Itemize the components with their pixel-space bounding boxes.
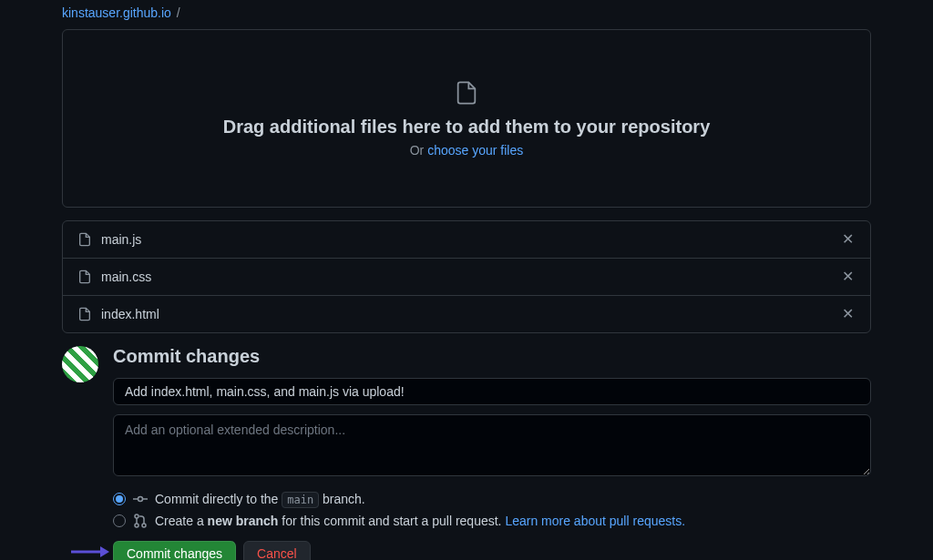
choose-files-link[interactable]: choose your files	[427, 143, 523, 158]
radio-selected[interactable]	[113, 493, 126, 505]
file-name: index.html	[101, 307, 840, 321]
commit-direct-icon	[133, 492, 148, 506]
commit-changes-button[interactable]: Commit changes	[113, 541, 236, 560]
repo-link[interactable]: kinstauser.github.io	[62, 5, 171, 20]
dropzone-subtitle: Or choose your files	[410, 143, 524, 158]
commit-newbranch-label: Create a new branch for this commit and …	[155, 514, 685, 528]
cancel-button[interactable]: Cancel	[243, 541, 311, 560]
commit-summary-input[interactable]	[113, 378, 871, 405]
learn-pull-requests-link[interactable]: Learn more about pull requests.	[505, 514, 685, 528]
svg-point-0	[138, 497, 143, 502]
file-icon	[77, 232, 92, 247]
file-name: main.css	[101, 270, 840, 284]
annotation-arrow-icon	[69, 543, 109, 560]
remove-file-button[interactable]: ✕	[840, 268, 856, 286]
user-avatar[interactable]	[62, 346, 98, 382]
commit-actions: Commit changes Cancel	[113, 541, 871, 560]
commit-heading: Commit changes	[113, 346, 871, 367]
radio-unselected[interactable]	[113, 514, 126, 527]
commit-newbranch-option[interactable]: Create a new branch for this commit and …	[113, 514, 871, 528]
remove-file-button[interactable]: ✕	[840, 305, 856, 323]
file-icon	[454, 80, 479, 106]
svg-point-3	[135, 514, 138, 518]
breadcrumb: kinstauser.github.io /	[62, 0, 871, 29]
dropzone-title: Drag additional files here to add them t…	[223, 117, 711, 137]
svg-point-5	[142, 524, 146, 527]
commit-form: Commit changes Commit directly to the ma…	[113, 346, 871, 560]
commit-section: Commit changes Commit directly to the ma…	[62, 346, 871, 560]
file-icon	[77, 270, 92, 284]
commit-direct-label: Commit directly to the main branch.	[155, 492, 365, 506]
pull-request-icon	[133, 514, 148, 528]
branch-name-tag: main	[282, 492, 319, 508]
file-row: index.html ✕	[63, 296, 870, 332]
file-row: main.js ✕	[63, 221, 870, 259]
commit-direct-option[interactable]: Commit directly to the main branch.	[113, 492, 871, 506]
file-icon	[77, 307, 92, 321]
file-row: main.css ✕	[63, 259, 870, 296]
breadcrumb-separator: /	[177, 5, 180, 20]
svg-point-4	[135, 524, 138, 527]
remove-file-button[interactable]: ✕	[840, 230, 856, 249]
file-dropzone[interactable]: Drag additional files here to add them t…	[62, 29, 871, 208]
svg-marker-8	[100, 546, 109, 557]
file-name: main.js	[101, 232, 840, 247]
commit-description-textarea[interactable]	[113, 414, 871, 476]
uploaded-files-list: main.js ✕ main.css ✕ index.html ✕	[62, 220, 871, 333]
